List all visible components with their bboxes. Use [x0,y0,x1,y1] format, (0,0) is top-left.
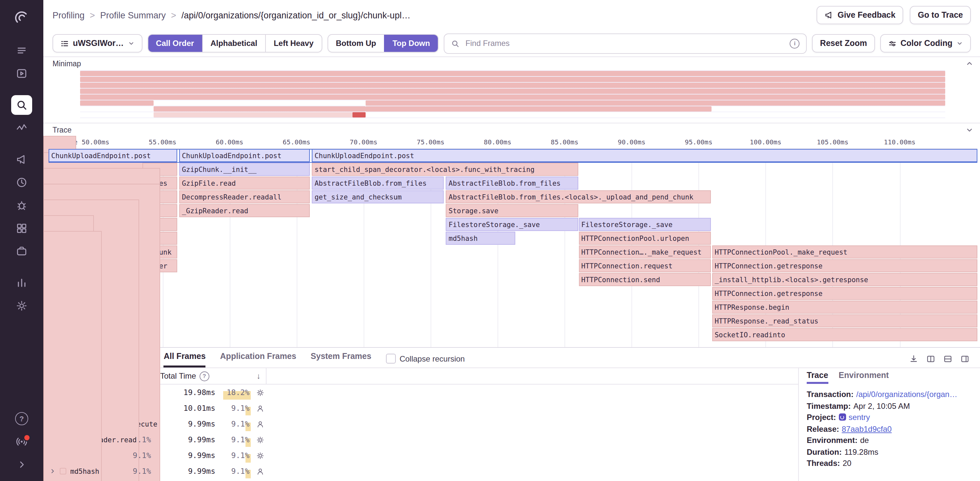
flame-frame[interactable]: HTTPConnection…._make_request [579,245,711,259]
flame-frame[interactable]: FilestoreStorage._save [446,218,578,231]
tab-trace[interactable]: Trace [807,368,828,384]
releases-icon[interactable] [11,241,32,261]
flame-frame[interactable]: HTTPResponse.begin [712,300,977,314]
person-icon [253,404,267,413]
flame-frame[interactable]: GzipChunk.__init__ [179,163,310,176]
feedback-icon[interactable] [11,149,32,169]
total-time-value: 9.99ms [155,419,215,429]
axis-tick: 65.00ms [283,138,310,146]
tab-application-frames[interactable]: Application Frames [220,352,296,367]
flame-frame[interactable]: AbstractFileBlob.from_files.<locals>._up… [446,190,711,203]
crons-icon[interactable] [11,173,32,192]
stats-icon[interactable] [11,273,32,293]
flame-frame[interactable]: md5hash [446,232,515,245]
segment-option[interactable]: Alphabetical [202,35,265,52]
layout-columns-icon[interactable] [926,354,935,364]
segment-option[interactable]: Left Heavy [265,35,321,52]
segment-option[interactable]: Top Down [384,35,438,52]
flame-frame[interactable]: SocketIO.readinto [712,328,977,341]
segment-option[interactable]: Call Order [148,35,202,52]
field-label: Release: [807,424,839,433]
sentry-logo[interactable] [11,6,32,29]
collapse-recursion-checkbox[interactable]: Collapse recursion [386,354,465,367]
flame-frame[interactable]: AbstractFileBlob.from_files [446,176,578,190]
minimap[interactable] [80,70,945,121]
tab-system-frames[interactable]: System Frames [311,352,372,367]
search-info-icon[interactable]: i [790,38,800,48]
flame-frame[interactable]: DecompressReader.readall [179,190,310,203]
bottom-panel: Bottom UpTop Down All FramesApplication … [43,347,980,481]
field-value[interactable]: /api/0/organizations/{organ… [856,390,957,399]
flame-frame[interactable]: ChunkUploadEndpoint.post [49,149,177,162]
explore-search-icon[interactable] [11,95,32,115]
frame-color-swatch [60,468,66,475]
flame-frame[interactable]: AbstractFileBlob.from_files [312,176,444,190]
flame-frame[interactable]: HTTPConnection.getresponse [712,259,977,272]
flame-frame[interactable]: _GzipReader.read [179,204,310,217]
insights-icon[interactable] [11,118,32,138]
find-frames-search[interactable]: i [444,33,807,54]
settings-icon[interactable] [11,296,32,316]
details-field: Duration:119.28ms [807,446,972,458]
issues-icon[interactable] [11,41,32,60]
gear-icon [253,388,267,397]
flame-frame[interactable]: get_size_and_checksum [312,190,444,203]
flame-frame[interactable]: Storage.save [446,204,578,217]
expand-chevron-icon[interactable] [49,468,56,475]
flame-frame[interactable]: _install_httplib.<locals>.getresponse [712,273,977,286]
flame-frame[interactable]: start_child_span_decorator.<locals>.func… [312,163,578,176]
percent-value: 9.1% [133,467,151,476]
flame-frame[interactable]: HTTPResponse._read_status [712,314,977,327]
flame-frame[interactable]: ChunkUploadEndpoint.post [312,149,977,162]
gear-icon [253,451,267,460]
field-value[interactable]: sentry [848,413,870,422]
breadcrumb-item[interactable]: Profiling [52,10,85,20]
axis-tick: 105.00ms [817,138,848,146]
field-value: de [860,436,869,445]
collapse-minimap-icon[interactable] [966,60,974,68]
search-input[interactable] [464,38,785,49]
minimap-label: Minimap [52,60,81,68]
flame-frame[interactable]: GzipFile.read [179,176,310,190]
info-icon: ? [199,371,209,381]
flame-frame[interactable]: FilestoreStorage._save [579,218,711,231]
flame-frame[interactable]: HTTPConnectionPool.urlopen [579,232,711,245]
help-icon[interactable]: ? [11,409,32,429]
flame-frame[interactable]: ChunkUploadEndpoint.post [179,149,310,162]
go-to-trace-button[interactable]: Go to Trace [910,6,971,24]
flame-frame[interactable]: HTTPConnection.getresponse [712,287,977,300]
thread-selector[interactable]: uWSGIWor… [52,34,142,52]
flamegraph[interactable]: ChunkUploadEndpoint.postChunkUploadEndpo… [49,149,977,347]
total-time-header[interactable]: Total Time ? ↓ [155,368,267,384]
layout-sidebar-icon[interactable] [960,354,969,364]
replays-icon[interactable] [11,63,32,83]
frame-cell: md5hash [43,368,102,481]
flame-frame[interactable]: HTTPConnectionPool._make_request [712,245,977,259]
tab-all-frames[interactable]: All Frames [164,352,206,367]
breadcrumb-separator: > [90,10,95,20]
reset-zoom-button[interactable]: Reset Zoom [812,34,875,52]
percent-cell: 9.1% [215,419,253,429]
dashboards-icon[interactable] [11,219,32,238]
field-value: 20 [843,459,851,468]
export-icon[interactable] [909,354,918,364]
collapse-trace-icon[interactable] [966,126,974,134]
percent-value: 9.1% [231,403,250,413]
profiling-icon[interactable] [11,195,32,215]
color-coding-button[interactable]: Color Coding [880,34,971,52]
flame-frame[interactable]: HTTPConnection.send [579,273,711,286]
tab-environment[interactable]: Environment [838,368,889,384]
give-feedback-button[interactable]: Give Feedback [816,6,904,24]
segment-option[interactable]: Bottom Up [328,35,384,52]
layout-rows-icon[interactable] [943,354,953,364]
broadcast-icon[interactable] [11,432,32,451]
breadcrumb-item[interactable]: Profile Summary [100,10,166,20]
flame-frame[interactable]: HTTPConnection.request [579,259,711,272]
field-value[interactable]: 87aab1d9cfa0 [842,424,892,433]
expand-icon[interactable] [11,455,32,475]
sorting-segmented-control: Call OrderAlphabeticalLeft Heavy [147,34,322,52]
topbar: Profiling>Profile Summary>/api/0/organiz… [43,0,980,30]
field-value: 119.28ms [845,447,878,456]
table-row[interactable]: 9.99ms9.1%9.99ms9.1%CursorWrapper.execut… [43,416,798,432]
axis-tick: 70.00ms [350,138,377,146]
